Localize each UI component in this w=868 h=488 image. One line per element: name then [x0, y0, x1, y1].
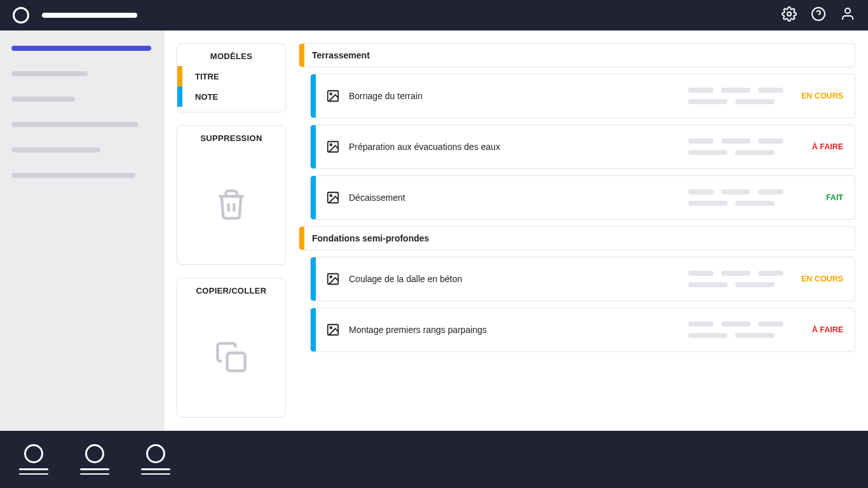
svg-point-16 — [330, 327, 332, 329]
panel-models-title: MODÈLES — [177, 44, 285, 66]
panel-copier-coller-title: COPIER/COLLER — [177, 278, 285, 301]
model-item-note[interactable]: NOTE — [177, 86, 285, 107]
nav-item[interactable] — [11, 173, 135, 178]
panel-suppression-title: SUPPRESSION — [177, 126, 285, 148]
status-badge: À FAIRE — [799, 142, 843, 151]
body-region: MODÈLES TITRE NOTE SUPPRESSION COPIER/CO… — [0, 30, 868, 431]
model-item-label: TITRE — [195, 72, 219, 81]
tab-icon — [146, 444, 165, 463]
color-tag-blue — [177, 86, 182, 107]
brand-placeholder — [42, 13, 137, 18]
svg-point-3 — [845, 8, 850, 13]
image-icon — [326, 323, 340, 337]
color-tag-blue — [311, 176, 316, 219]
color-tag-orange — [299, 44, 304, 67]
color-tag-blue — [311, 257, 316, 301]
trash-icon — [177, 148, 285, 261]
nav-item[interactable] — [11, 122, 139, 127]
status-badge: À FAIRE — [799, 325, 843, 334]
content-list: Terrassement Bornage du terrain EN COURS… — [299, 43, 855, 418]
panel-copier-coller[interactable]: COPIER/COLLER — [177, 278, 286, 417]
svg-point-10 — [330, 144, 332, 146]
nav-item[interactable] — [11, 147, 100, 152]
bottom-tab[interactable] — [19, 444, 48, 475]
section-header[interactable]: Terrassement — [299, 43, 855, 67]
nav-item[interactable] — [11, 97, 75, 102]
image-icon — [326, 89, 340, 103]
copy-icon — [177, 301, 285, 414]
section-title: Fondations semi-profondes — [312, 233, 429, 243]
model-item-label: NOTE — [195, 92, 218, 102]
user-icon[interactable] — [840, 6, 855, 24]
image-icon — [326, 272, 340, 286]
color-tag-orange — [177, 66, 182, 86]
panel-suppression[interactable]: SUPPRESSION — [177, 125, 286, 265]
status-badge: EN COURS — [799, 92, 843, 100]
panel-models: MODÈLES TITRE NOTE — [177, 43, 286, 112]
side-panels: MODÈLES TITRE NOTE SUPPRESSION COPIER/CO… — [177, 43, 286, 418]
top-bar — [0, 0, 868, 30]
color-tag-blue — [311, 308, 316, 351]
svg-point-14 — [330, 276, 332, 278]
left-nav — [0, 30, 164, 431]
top-bar-actions — [782, 6, 855, 24]
task-meta-placeholder — [688, 322, 783, 338]
svg-point-0 — [787, 12, 791, 16]
color-tag-orange — [299, 227, 304, 250]
tab-label-placeholder — [141, 468, 170, 475]
color-tag-blue — [311, 125, 316, 168]
task-title: Préparation aux évacuations des eaux — [349, 142, 500, 152]
svg-point-8 — [330, 93, 332, 95]
task-row[interactable]: Décaissement FAIT — [310, 175, 855, 220]
status-badge: EN COURS — [799, 274, 843, 283]
svg-rect-6 — [227, 353, 245, 371]
task-meta-placeholder — [688, 271, 783, 287]
tab-label-placeholder — [19, 468, 48, 475]
model-item-titre[interactable]: TITRE — [177, 66, 285, 86]
help-icon[interactable] — [811, 6, 826, 24]
task-row[interactable]: Bornage du terrain EN COURS — [310, 74, 855, 118]
task-title: Coulage de la dalle en béton — [349, 274, 462, 284]
tab-icon — [24, 444, 43, 463]
svg-point-12 — [330, 194, 332, 196]
image-icon — [326, 191, 340, 205]
task-meta-placeholder — [688, 88, 783, 104]
task-row[interactable]: Préparation aux évacuations des eaux À F… — [310, 125, 855, 169]
task-row[interactable]: Coulage de la dalle en béton EN COURS — [310, 257, 855, 301]
logo-icon — [13, 7, 29, 24]
section-header[interactable]: Fondations semi-profondes — [299, 226, 855, 250]
image-icon — [326, 140, 340, 154]
status-badge: FAIT — [799, 193, 843, 202]
task-title: Bornage du terrain — [349, 91, 423, 101]
nav-item[interactable] — [11, 71, 88, 76]
task-title: Montage premiers rangs parpaings — [349, 325, 487, 335]
bottom-tab-bar — [0, 431, 868, 488]
task-meta-placeholder — [688, 189, 783, 206]
settings-icon[interactable] — [782, 6, 797, 24]
color-tag-blue — [311, 74, 316, 118]
section-title: Terrassement — [312, 50, 370, 60]
task-meta-placeholder — [688, 139, 783, 155]
main-area: MODÈLES TITRE NOTE SUPPRESSION COPIER/CO… — [164, 30, 868, 431]
nav-item-active[interactable] — [11, 46, 151, 51]
top-bar-left — [13, 7, 137, 24]
task-row[interactable]: Montage premiers rangs parpaings À FAIRE — [310, 308, 855, 352]
task-title: Décaissement — [349, 193, 405, 203]
bottom-tab[interactable] — [80, 444, 109, 475]
tab-label-placeholder — [80, 468, 109, 475]
bottom-tab[interactable] — [141, 444, 170, 475]
tab-icon — [85, 444, 104, 463]
